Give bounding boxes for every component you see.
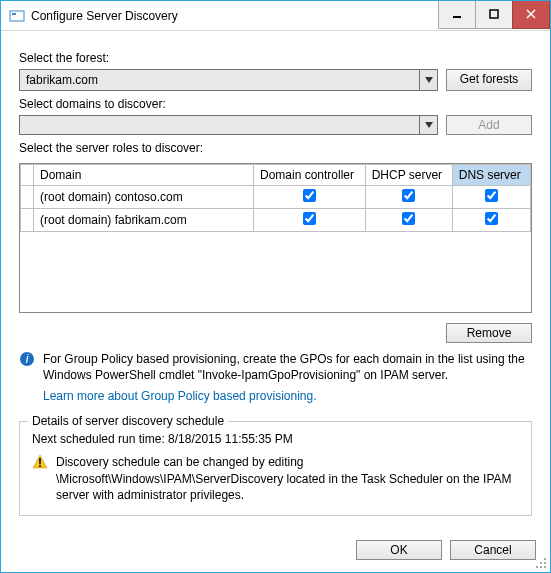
svg-text:!: !: [38, 456, 42, 470]
roles-table: Domain Domain controller DHCP server DNS…: [20, 164, 531, 232]
dialog-content: Select the forest: fabrikam.com Get fore…: [1, 31, 550, 530]
checkbox-dhcp[interactable]: [402, 189, 415, 202]
forest-combobox[interactable]: fabrikam.com: [19, 69, 438, 91]
table-row[interactable]: (root domain) fabrikam.com: [21, 209, 531, 232]
checkbox-dc[interactable]: [303, 212, 316, 225]
domains-value: [20, 116, 419, 134]
svg-point-12: [536, 566, 538, 568]
schedule-warning: Discovery schedule can be changed by edi…: [56, 454, 519, 503]
forest-value: fabrikam.com: [20, 70, 419, 90]
add-button[interactable]: Add: [446, 115, 532, 135]
row-header-col[interactable]: [21, 165, 34, 186]
column-header-dc[interactable]: Domain controller: [254, 165, 366, 186]
titlebar[interactable]: Configure Server Discovery: [1, 1, 550, 31]
checkbox-dns[interactable]: [485, 189, 498, 202]
checkbox-dc[interactable]: [303, 189, 316, 202]
cancel-button[interactable]: Cancel: [450, 540, 536, 560]
svg-text:i: i: [26, 352, 29, 366]
window-title: Configure Server Discovery: [31, 9, 439, 23]
learn-more-link[interactable]: Learn more about Group Policy based prov…: [43, 389, 532, 403]
dialog-footer: OK Cancel: [1, 530, 550, 572]
domains-combobox[interactable]: [19, 115, 438, 135]
schedule-legend: Details of server discovery schedule: [28, 414, 228, 428]
row-header[interactable]: [21, 209, 34, 232]
roles-table-container: Domain Domain controller DHCP server DNS…: [19, 163, 532, 313]
ok-button[interactable]: OK: [356, 540, 442, 560]
column-header-dns[interactable]: DNS server: [452, 165, 530, 186]
cell-domain: (root domain) fabrikam.com: [34, 209, 254, 232]
column-header-domain[interactable]: Domain: [34, 165, 254, 186]
svg-point-14: [544, 566, 546, 568]
get-forests-button[interactable]: Get forests: [446, 69, 532, 91]
forest-label: Select the forest:: [19, 51, 532, 65]
cell-domain: (root domain) contoso.com: [34, 186, 254, 209]
warning-icon: !: [32, 454, 48, 470]
window-frame: Configure Server Discovery Select the fo…: [0, 0, 551, 573]
checkbox-dns[interactable]: [485, 212, 498, 225]
chevron-down-icon[interactable]: [419, 116, 437, 134]
domains-label: Select domains to discover:: [19, 97, 532, 111]
svg-rect-2: [453, 16, 461, 18]
maximize-button[interactable]: [475, 1, 513, 29]
minimize-button[interactable]: [438, 1, 476, 29]
row-header[interactable]: [21, 186, 34, 209]
svg-point-9: [544, 558, 546, 560]
schedule-fieldset: Details of server discovery schedule Nex…: [19, 421, 532, 516]
info-text: For Group Policy based provisioning, cre…: [43, 351, 532, 383]
svg-rect-1: [12, 13, 16, 15]
svg-point-10: [540, 562, 542, 564]
svg-point-13: [540, 566, 542, 568]
svg-rect-3: [490, 10, 498, 18]
roles-label: Select the server roles to discover:: [19, 141, 532, 155]
chevron-down-icon[interactable]: [419, 70, 437, 90]
app-icon: [9, 8, 25, 24]
checkbox-dhcp[interactable]: [402, 212, 415, 225]
remove-button[interactable]: Remove: [446, 323, 532, 343]
svg-rect-0: [10, 11, 24, 21]
info-panel: i For Group Policy based provisioning, c…: [19, 351, 532, 415]
resize-grip-icon[interactable]: [535, 557, 547, 569]
column-header-dhcp[interactable]: DHCP server: [365, 165, 452, 186]
close-button[interactable]: [512, 1, 550, 29]
next-run-time: Next scheduled run time: 8/18/2015 11:55…: [32, 432, 519, 446]
table-row[interactable]: (root domain) contoso.com: [21, 186, 531, 209]
info-icon: i: [19, 351, 35, 367]
svg-point-11: [544, 562, 546, 564]
